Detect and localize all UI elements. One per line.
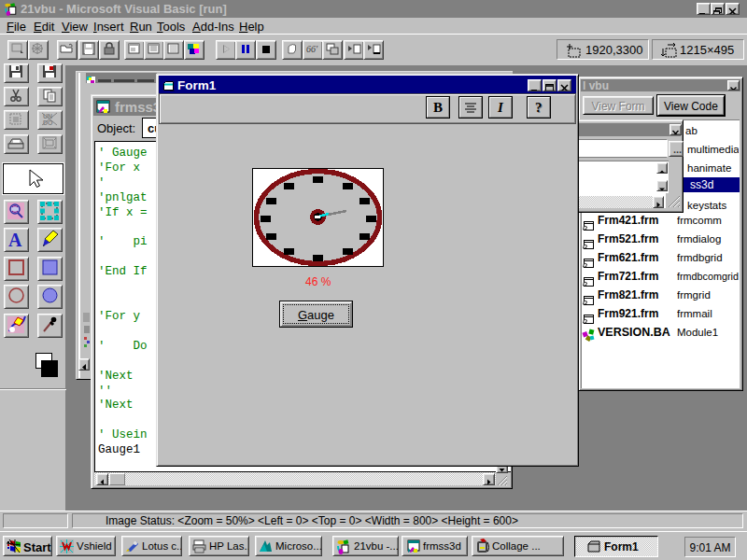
svg-text:66': 66': [306, 44, 318, 54]
svg-text:UN: UN: [43, 113, 52, 119]
svg-text:A: A: [8, 230, 22, 249]
